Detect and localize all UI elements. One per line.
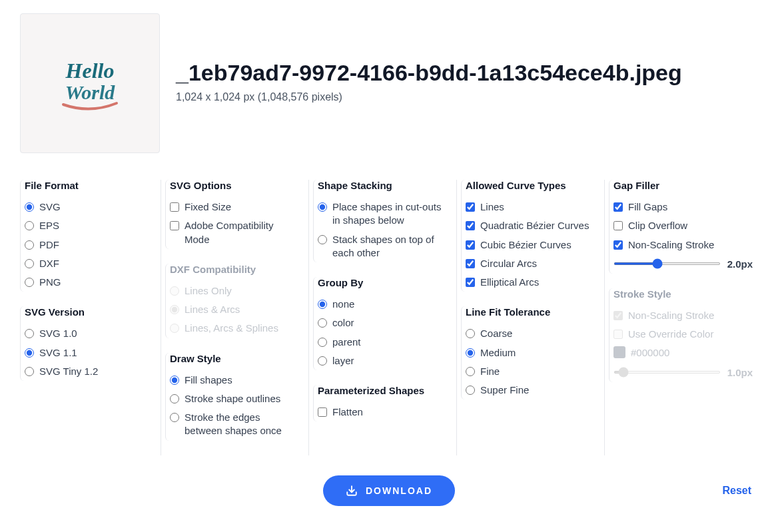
quadratic-b-zier-curves-label: Quadratic Bézier Curves [480, 219, 589, 232]
stroke-style-slider-value: 1.0px [727, 367, 753, 378]
line-fit-section: Line Fit Tolerance CoarseMediumFineSuper… [461, 306, 596, 399]
quadratic-b-zier-curves-checkbox[interactable] [466, 221, 475, 230]
reset-link[interactable]: Reset [722, 485, 751, 497]
gap-filler-title: Gap Filler [613, 180, 753, 191]
clip-overflow-option[interactable]: Clip Overflow [613, 216, 753, 235]
svg-1-0-label: SVG 1.0 [39, 327, 77, 340]
cubic-b-zier-curves-option[interactable]: Cubic Bézier Curves [466, 236, 596, 254]
pdf-option[interactable]: PDF [25, 236, 153, 254]
elliptical-arcs-option[interactable]: Elliptical Arcs [466, 273, 596, 292]
fine-option[interactable]: Fine [466, 362, 596, 381]
gap-filler-slider[interactable] [613, 262, 721, 265]
svg-1-0-option[interactable]: SVG 1.0 [25, 324, 153, 343]
lines-arcs-radio [170, 305, 179, 314]
svg-1-1-option[interactable]: SVG 1.1 [25, 344, 153, 362]
draw-style-section: Draw Style Fill shapesStroke shape outli… [165, 353, 300, 441]
stroke-the-edges-between-shapes-once-option[interactable]: Stroke the edges between shapes once [170, 408, 300, 441]
coarse-radio[interactable] [466, 329, 475, 338]
fill-shapes-label: Fill shapes [185, 374, 232, 387]
fixed-size-option[interactable]: Fixed Size [170, 198, 300, 216]
fixed-size-checkbox[interactable] [170, 202, 179, 212]
dxf-option[interactable]: DXF [25, 254, 153, 273]
color-swatch [613, 346, 625, 358]
file-dimensions: 1,024 x 1,024 px (1,048,576 pixels) [176, 91, 682, 103]
svg-option[interactable]: SVG [25, 198, 153, 216]
footer: DOWNLOAD Reset [20, 455, 758, 519]
place-shapes-in-cut-outs-in-shapes-below-radio[interactable] [318, 202, 327, 212]
svg-version-title: SVG Version [25, 306, 153, 318]
none-radio[interactable] [318, 300, 327, 309]
clip-overflow-checkbox[interactable] [613, 221, 623, 230]
layer-radio[interactable] [318, 356, 327, 366]
stack-shapes-on-top-of-each-other-radio[interactable] [318, 235, 327, 244]
flatten-option[interactable]: Flatten [318, 403, 448, 421]
circular-arcs-checkbox[interactable] [466, 259, 475, 268]
pdf-radio[interactable] [25, 240, 34, 250]
lines-only-label: Lines Only [185, 284, 232, 298]
adobe-compatibility-mode-checkbox[interactable] [170, 221, 179, 230]
override-color-row: #000000 [613, 344, 753, 362]
fill-shapes-radio[interactable] [170, 376, 179, 385]
stroke-slider-row: 1.0px [613, 363, 753, 382]
svg-1-0-radio[interactable] [25, 329, 34, 338]
color-option[interactable]: color [318, 314, 448, 332]
download-button[interactable]: DOWNLOAD [323, 475, 455, 506]
fine-radio[interactable] [466, 367, 475, 376]
non-scaling-stroke-checkbox[interactable] [613, 240, 623, 250]
download-icon [346, 485, 358, 497]
none-option[interactable]: none [318, 295, 448, 314]
color-radio[interactable] [318, 318, 327, 328]
gap-filler-slider-value: 2.0px [727, 258, 753, 270]
svg-label: SVG [39, 200, 61, 214]
stroke-shape-outlines-option[interactable]: Stroke shape outlines [170, 390, 300, 408]
adobe-compatibility-mode-option[interactable]: Adobe Compatibility Mode [170, 216, 300, 249]
eps-option[interactable]: EPS [25, 216, 153, 235]
png-radio[interactable] [25, 278, 34, 287]
group-by-title: Group By [318, 277, 448, 288]
place-shapes-in-cut-outs-in-shapes-below-option[interactable]: Place shapes in cut-outs in shapes below [318, 198, 448, 230]
none-label: none [332, 298, 354, 311]
dxf-radio[interactable] [25, 259, 34, 268]
svg-tiny-1-2-option[interactable]: SVG Tiny 1.2 [25, 362, 153, 381]
svg-text:World: World [65, 81, 115, 103]
fill-shapes-option[interactable]: Fill shapes [170, 371, 300, 390]
fine-label: Fine [480, 365, 500, 378]
fill-gaps-checkbox[interactable] [613, 202, 623, 212]
svg-radio[interactable] [25, 202, 34, 212]
lines-option[interactable]: Lines [466, 198, 596, 216]
fill-gaps-option[interactable]: Fill Gaps [613, 198, 753, 216]
stroke-the-edges-between-shapes-once-radio[interactable] [170, 413, 179, 422]
dxf-label: DXF [39, 257, 59, 270]
column-5: Gap Filler Fill GapsClip OverflowNon-Sca… [605, 180, 753, 455]
medium-radio[interactable] [466, 348, 475, 358]
column-1: File Format SVGEPSPDFDXFPNG SVG Version … [20, 180, 161, 455]
medium-option[interactable]: Medium [466, 344, 596, 362]
parent-radio[interactable] [318, 338, 327, 347]
cubic-b-zier-curves-checkbox[interactable] [466, 240, 475, 250]
png-label: PNG [39, 276, 61, 289]
non-scaling-stroke-option[interactable]: Non-Scaling Stroke [613, 236, 753, 254]
elliptical-arcs-label: Elliptical Arcs [480, 276, 539, 289]
shape-stacking-section: Shape Stacking Place shapes in cut-outs … [313, 180, 448, 262]
stroke-the-edges-between-shapes-once-label: Stroke the edges between shapes once [185, 411, 300, 438]
quadratic-b-zier-curves-option[interactable]: Quadratic Bézier Curves [466, 216, 596, 235]
use-override-color-option: Use Override Color [613, 325, 753, 344]
flatten-checkbox[interactable] [318, 407, 327, 417]
options-grid: File Format SVGEPSPDFDXFPNG SVG Version … [20, 180, 758, 455]
eps-radio[interactable] [25, 221, 34, 230]
png-option[interactable]: PNG [25, 273, 153, 292]
svg-tiny-1-2-radio[interactable] [25, 367, 34, 376]
svg-1-1-radio[interactable] [25, 348, 34, 358]
stack-shapes-on-top-of-each-other-option[interactable]: Stack shapes on top of each other [318, 230, 448, 263]
layer-option[interactable]: layer [318, 352, 448, 370]
circular-arcs-option[interactable]: Circular Arcs [466, 254, 596, 273]
super-fine-option[interactable]: Super Fine [466, 381, 596, 399]
stroke-style-slider[interactable] [613, 371, 721, 374]
stroke-shape-outlines-radio[interactable] [170, 394, 179, 403]
parent-option[interactable]: parent [318, 333, 448, 352]
lines-checkbox[interactable] [466, 202, 475, 212]
elliptical-arcs-checkbox[interactable] [466, 278, 475, 287]
coarse-option[interactable]: Coarse [466, 324, 596, 343]
use-override-color-checkbox [613, 330, 623, 339]
super-fine-radio[interactable] [466, 386, 475, 395]
